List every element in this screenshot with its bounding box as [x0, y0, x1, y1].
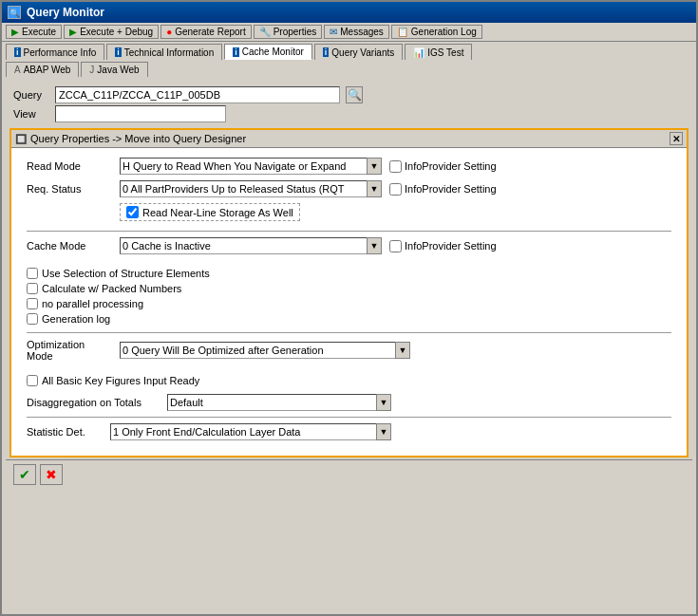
execute-label: Execute: [22, 27, 56, 37]
tab-igs-test-label: IGS Test: [427, 47, 463, 58]
query-lookup-button[interactable]: 🔍: [346, 86, 363, 103]
checkbox-area: Use Selection of Structure Elements Calc…: [27, 268, 671, 325]
read-mode-row: Read Mode ▼ InfoProvider Setting: [27, 158, 671, 175]
title-bar: 🔍 Query Monitor: [2, 2, 696, 23]
generation-log-icon: 📋: [397, 27, 408, 37]
read-mode-dropdown-arrow[interactable]: ▼: [367, 158, 382, 175]
properties-label: Properties: [274, 27, 317, 37]
dialog-panel: 🔲 Query Properties -> Move into Query De…: [9, 128, 689, 457]
cancel-icon: ✖: [46, 467, 57, 482]
calc-packed-item: Calculate w/ Packed Numbers: [27, 283, 671, 294]
optimization-input[interactable]: [120, 342, 395, 359]
messages-button[interactable]: ✉ Messages: [324, 25, 389, 39]
divider3: [27, 417, 671, 418]
read-mode-select-container: ▼: [120, 158, 382, 175]
disaggregation-dropdown-arrow[interactable]: ▼: [376, 394, 391, 411]
tab-abap-web[interactable]: A ABAP Web: [6, 62, 79, 77]
read-near-line-label: Read Near-Line Storage As Well: [142, 207, 293, 218]
disaggregation-input[interactable]: [167, 394, 376, 411]
use-selection-item: Use Selection of Structure Elements: [27, 268, 671, 279]
tab-igs-test[interactable]: 📊 IGS Test: [405, 44, 472, 60]
tab-query-variants[interactable]: i Query Variants: [314, 44, 403, 60]
cache-mode-infoprovider-label: InfoProvider Setting: [405, 240, 497, 252]
cache-mode-infoprovider: InfoProvider Setting: [389, 240, 497, 252]
cache-monitor-icon: i: [233, 47, 239, 57]
view-field-row: View: [13, 105, 689, 122]
all-basic-checkbox[interactable]: [27, 375, 38, 386]
main-window: 🔍 Query Monitor ▶ Execute ▶ Execute + De…: [0, 0, 698, 616]
cache-mode-input[interactable]: [120, 237, 367, 254]
disaggregation-label: Disaggregation on Totals: [27, 397, 160, 408]
read-mode-input[interactable]: [120, 158, 367, 175]
no-parallel-item: no parallel processing: [27, 298, 671, 309]
tab-java-web-label: Java Web: [97, 65, 139, 75]
tab-java-web[interactable]: J Java Web: [81, 62, 147, 77]
tab-performance-info-label: Performance Info: [24, 47, 97, 58]
dialog-close-button[interactable]: ✕: [670, 132, 683, 145]
view-input[interactable]: [55, 105, 226, 122]
optimization-dropdown-arrow[interactable]: ▼: [395, 342, 410, 359]
dialog-title-left: 🔲 Query Properties -> Move into Query De…: [15, 133, 246, 144]
use-selection-checkbox[interactable]: [27, 268, 38, 279]
tab-cache-monitor[interactable]: i Cache Monitor: [224, 44, 312, 60]
execute-debug-button[interactable]: ▶ Execute + Debug: [64, 25, 159, 39]
generate-report-button[interactable]: ● Generate Report: [160, 25, 252, 39]
generation-log-item: Generation log: [27, 313, 671, 325]
tab-query-variants-label: Query Variants: [331, 47, 394, 58]
generation-log-button[interactable]: 📋 Generation Log: [391, 25, 482, 39]
tab-technical-information[interactable]: i Technical Information: [106, 44, 222, 60]
req-status-dropdown-arrow[interactable]: ▼: [367, 180, 382, 197]
cache-mode-infoprovider-checkbox[interactable]: [389, 240, 402, 252]
execute-button[interactable]: ▶ Execute: [6, 25, 62, 39]
disaggregation-row: Disaggregation on Totals ▼: [27, 394, 671, 411]
req-status-select-container: ▼: [120, 180, 382, 197]
calc-packed-checkbox[interactable]: [27, 283, 38, 294]
read-mode-infoprovider-checkbox[interactable]: [389, 160, 402, 173]
toolbar: ▶ Execute ▶ Execute + Debug ● Generate R…: [2, 23, 696, 42]
use-selection-label: Use Selection of Structure Elements: [42, 268, 210, 279]
req-status-input[interactable]: [120, 180, 367, 197]
req-status-label: Req. Status: [27, 183, 112, 195]
messages-label: Messages: [340, 27, 384, 37]
divider2: [27, 332, 671, 333]
confirm-button[interactable]: ✔: [13, 464, 36, 485]
read-near-line-container: Read Near-Line Storage As Well: [120, 203, 300, 221]
view-label: View: [13, 108, 49, 120]
execute-icon: ▶: [11, 27, 19, 37]
statistic-label: Statistic Det.: [27, 426, 103, 438]
tabs-row2: A ABAP Web J Java Web: [2, 60, 696, 79]
read-mode-label: Read Mode: [27, 160, 112, 172]
cancel-button[interactable]: ✖: [40, 464, 63, 485]
statistic-dropdown-arrow[interactable]: ▼: [376, 423, 391, 440]
read-near-line-row: Read Near-Line Storage As Well: [27, 203, 671, 221]
req-status-infoprovider-label: InfoProvider Setting: [405, 183, 497, 195]
dialog-title-bar: 🔲 Query Properties -> Move into Query De…: [11, 130, 687, 148]
technical-information-icon: i: [115, 47, 122, 57]
query-field-row: Query 🔍: [13, 86, 689, 103]
generation-log-label: Generation Log: [411, 27, 477, 37]
properties-button[interactable]: 🔧 Properties: [254, 25, 323, 39]
tab-performance-info[interactable]: i Performance Info: [6, 44, 104, 60]
performance-info-icon: i: [14, 47, 21, 57]
all-basic-label: All Basic Key Figures Input Ready: [42, 375, 199, 386]
optimization-select-container: ▼: [120, 342, 410, 359]
cache-mode-dropdown-arrow[interactable]: ▼: [367, 237, 382, 254]
generate-report-label: Generate Report: [175, 27, 246, 37]
query-view-fields: Query 🔍 View: [6, 83, 692, 126]
read-near-line-checkbox[interactable]: [126, 206, 139, 218]
statistic-input[interactable]: [110, 423, 376, 440]
req-status-infoprovider-checkbox[interactable]: [389, 183, 402, 196]
tab-cache-monitor-label: Cache Monitor: [242, 47, 304, 57]
calc-packed-label: Calculate w/ Packed Numbers: [42, 283, 181, 294]
separator2: [27, 367, 671, 375]
execute-debug-label: Execute + Debug: [80, 27, 153, 37]
separator1: [27, 260, 671, 268]
query-label: Query: [13, 89, 49, 101]
dialog-title-icon: 🔲: [15, 134, 27, 144]
query-variants-icon: i: [323, 47, 330, 57]
generation-log-checkbox[interactable]: [27, 313, 38, 325]
req-status-row: Req. Status ▼ InfoProvider Setting: [27, 180, 671, 197]
window-icon: 🔍: [8, 6, 21, 19]
query-input[interactable]: [55, 86, 340, 103]
no-parallel-checkbox[interactable]: [27, 298, 38, 309]
